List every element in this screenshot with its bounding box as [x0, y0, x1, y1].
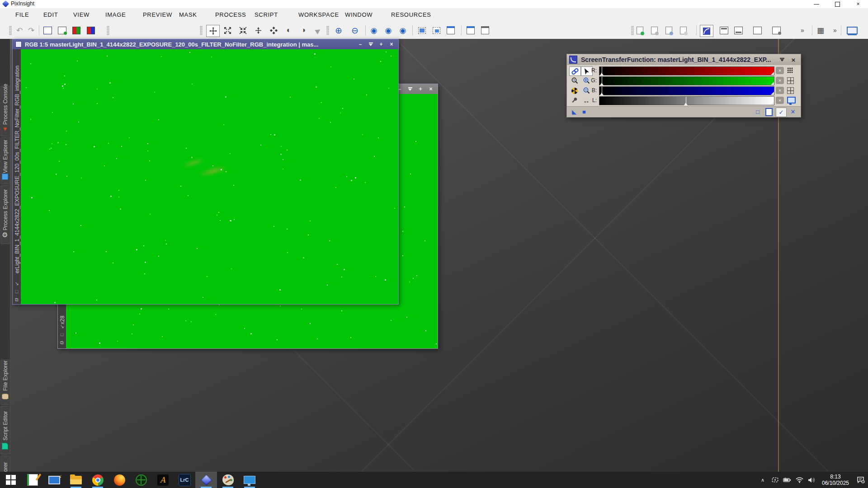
half-shade-right-icon[interactable]: ◑ — [297, 22, 309, 39]
undo-icon[interactable]: ↶ — [14, 22, 25, 39]
cast-device-icon[interactable] — [771, 477, 779, 483]
toolbar-overflow-icon[interactable]: » — [829, 22, 841, 39]
pan-mode-button-selected[interactable] — [206, 25, 220, 37]
stf-green-slider[interactable] — [599, 76, 774, 85]
apply-check-icon[interactable]: ✓ — [776, 108, 787, 117]
toolbar-drag-handle[interactable] — [200, 26, 203, 35]
toolbar-overflow-icon[interactable]: » — [797, 22, 808, 39]
reset-all-icon[interactable]: ✕ — [788, 107, 797, 117]
new-image-icon[interactable] — [42, 22, 53, 39]
edit-instance-icon[interactable] — [764, 107, 774, 117]
zoom-out-icon[interactable]: ⊖ — [349, 22, 361, 39]
zoom-dot-icon[interactable] — [569, 76, 580, 85]
duplicate-preview-icon[interactable] — [430, 22, 442, 39]
preview-select-icon[interactable]: □ — [58, 332, 66, 337]
zoom-1-1-icon[interactable]: ◉ — [368, 22, 380, 39]
window-maximize-button[interactable] — [827, 0, 847, 8]
zoom-to-fit-window-icon[interactable] — [479, 22, 491, 39]
selection-arrow-icon[interactable]: ▶ — [308, 20, 327, 41]
process-edit-icon[interactable] — [648, 22, 660, 39]
zoom-icon[interactable]: + — [378, 42, 384, 47]
menu-process[interactable]: PROCESS — [215, 8, 246, 22]
minimize-icon[interactable]: – — [358, 42, 363, 47]
close-icon[interactable]: × — [790, 56, 797, 64]
image-window-front[interactable]: RGB 1:5 masterLight_BIN_1_4144x2822_EXPO… — [12, 39, 399, 305]
taskbar-pixinsight[interactable] — [195, 472, 217, 488]
shade-icon[interactable] — [780, 58, 786, 61]
speaker-icon[interactable] — [807, 477, 816, 483]
reset-red-icon[interactable]: × — [776, 67, 784, 74]
reset-blue-icon[interactable]: × — [776, 87, 784, 94]
start-button[interactable] — [0, 472, 22, 488]
stf-blue-slider[interactable] — [599, 86, 774, 95]
duplicate-view-icon[interactable]: ⧉ — [58, 340, 66, 346]
save-image-icon[interactable] — [56, 22, 68, 39]
process-disabled-icon[interactable] — [677, 22, 689, 39]
shade-icon[interactable] — [407, 86, 413, 92]
menu-window[interactable]: WINDOW — [345, 8, 373, 22]
taskbar-clock[interactable]: 8:13 06/10/2025 — [820, 474, 851, 486]
taskbar-notepad[interactable] — [22, 472, 43, 488]
taskbar-paint[interactable] — [217, 472, 239, 488]
stf-titlebar[interactable]: ScreenTransferFunction: masterLight_BIN_… — [567, 54, 801, 65]
menu-resources[interactable]: RESOURCES — [391, 8, 431, 22]
square-mode-icon[interactable]: ■ — [580, 107, 589, 117]
tile-windows-icon[interactable]: ▦ — [815, 22, 826, 39]
window-shade-all-icon[interactable] — [718, 22, 730, 39]
green-crosshair-icon[interactable] — [787, 77, 795, 84]
resize-mode-icon[interactable]: ↘ — [58, 324, 66, 329]
red-grid-icon[interactable] — [787, 67, 795, 75]
half-shade-left-icon[interactable]: ◐ — [283, 22, 295, 39]
zoom-fit-view-icon[interactable]: ◉ — [382, 22, 394, 39]
center-arrows-icon[interactable] — [252, 22, 264, 39]
shade-icon[interactable] — [368, 42, 373, 47]
front-image-canvas[interactable] — [21, 49, 398, 304]
menu-file[interactable]: FILE — [15, 8, 29, 22]
front-window-titlebar[interactable]: RGB 1:5 masterLight_BIN_1_4144x2822_EXPO… — [13, 39, 398, 49]
delete-preview-icon[interactable] — [445, 22, 457, 39]
taskbar-file-explorer[interactable] — [65, 472, 87, 488]
toolbar-drag-handle[interactable] — [326, 26, 329, 35]
radiation-autostretch-icon[interactable] — [569, 86, 580, 95]
wifi-icon[interactable] — [795, 477, 803, 483]
duplicate-view-icon[interactable]: ⧉ — [13, 297, 21, 303]
menu-workspace[interactable]: WORKSPACE — [298, 8, 339, 22]
black-point-triangle-icon[interactable]: ◣ — [570, 107, 579, 117]
hidden-icons-chevron[interactable]: ∧ — [759, 477, 767, 483]
rgb-channels-icon[interactable] — [71, 22, 82, 39]
taskbar-firefox[interactable] — [108, 472, 130, 488]
process-reload-icon[interactable] — [663, 22, 675, 39]
stf-red-slider[interactable] — [599, 66, 774, 75]
fit-window-icon[interactable] — [465, 22, 476, 39]
menu-edit[interactable]: EDIT — [43, 8, 58, 22]
screen-icon[interactable] — [846, 22, 858, 39]
redo-icon[interactable]: ↷ — [25, 22, 37, 39]
reset-luminance-icon[interactable]: × — [776, 97, 784, 104]
workspace-add-icon[interactable] — [770, 22, 782, 39]
link-rgb-icon[interactable] — [569, 66, 581, 76]
toolbar-drag-handle[interactable] — [107, 26, 109, 35]
menu-view[interactable]: VIEW — [73, 8, 90, 22]
contract-arrows-icon[interactable] — [237, 22, 249, 39]
reset-green-icon[interactable]: × — [776, 77, 784, 84]
menu-image[interactable]: IMAGE — [105, 8, 126, 22]
taskbar-phd2[interactable] — [130, 472, 152, 488]
stf-tool-button-selected[interactable] — [700, 25, 713, 37]
window-restore-all-icon[interactable] — [732, 22, 744, 39]
close-icon[interactable]: × — [428, 86, 434, 92]
notification-center-icon[interactable] — [855, 476, 866, 483]
menu-script[interactable]: SCRIPT — [255, 8, 278, 22]
process-new-icon[interactable] — [634, 22, 646, 39]
diamond-arrows-icon[interactable] — [268, 22, 279, 39]
taskbar-apt[interactable]: A — [152, 472, 174, 488]
taskbar-lightroom[interactable]: LrC — [174, 472, 195, 488]
front-window-side-strip[interactable]: erLight_BIN_1_4144x2822_EXPOSURE_120_00s… — [13, 49, 21, 304]
workspace-icon[interactable] — [751, 22, 763, 39]
taskbar-remote-computer[interactable]: ⚡ — [43, 472, 65, 488]
toolbar-drag-handle[interactable] — [9, 26, 12, 35]
wrench-settings-icon[interactable] — [569, 96, 580, 105]
battery-icon[interactable] — [783, 477, 791, 483]
window-close-button[interactable]: × — [848, 0, 868, 8]
taskbar-display-app[interactable] — [239, 472, 260, 488]
zoom-in-icon[interactable]: ⊕ — [333, 22, 344, 39]
